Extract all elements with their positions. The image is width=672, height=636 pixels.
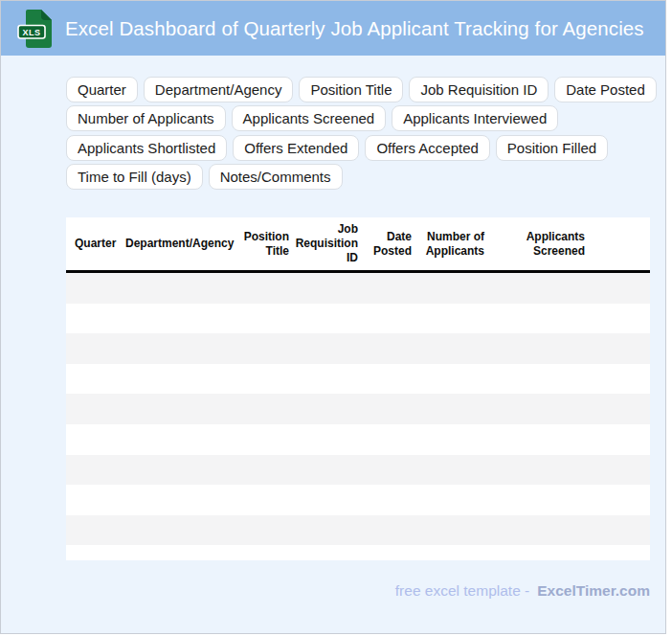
chip-row: QuarterDepartment/AgencyPosition TitleJo… bbox=[66, 77, 660, 102]
chip-number-of-applicants[interactable]: Number of Applicants bbox=[66, 105, 226, 131]
app-header: XLS Excel Dashboard of Quarterly Job App… bbox=[1, 1, 665, 56]
table-row bbox=[66, 485, 650, 515]
table-row bbox=[66, 545, 650, 560]
chip-applicants-interviewed[interactable]: Applicants Interviewed bbox=[392, 105, 558, 131]
table-row bbox=[66, 364, 650, 395]
page: XLS Excel Dashboard of Quarterly Job App… bbox=[0, 0, 666, 634]
column-header-position-title: Position Title bbox=[242, 217, 291, 270]
chip-row: Number of ApplicantsApplicants ScreenedA… bbox=[66, 105, 660, 131]
chip-time-to-fill-days[interactable]: Time to Fill (days) bbox=[66, 164, 203, 190]
chip-job-requisition-id[interactable]: Job Requisition ID bbox=[409, 77, 549, 102]
table-row bbox=[66, 304, 650, 334]
column-header-number-of-applicants: Number of Applicants bbox=[414, 217, 486, 270]
chip-notes-comments[interactable]: Notes/Comments bbox=[209, 164, 343, 190]
table-body bbox=[66, 273, 650, 560]
chip-applicants-shortlisted[interactable]: Applicants Shortlisted bbox=[66, 135, 227, 161]
chip-row: Applicants ShortlistedOffers ExtendedOff… bbox=[66, 135, 660, 161]
chip-offers-accepted[interactable]: Offers Accepted bbox=[365, 135, 489, 161]
table-row bbox=[66, 424, 650, 455]
chip-position-title[interactable]: Position Title bbox=[299, 77, 403, 102]
column-header-date-posted: Date Posted bbox=[360, 217, 414, 270]
chip-department-agency[interactable]: Department/Agency bbox=[144, 77, 294, 102]
table-header-row: QuarterDepartment/AgencyPosition TitleJo… bbox=[66, 217, 650, 273]
table-row bbox=[66, 394, 650, 424]
table-row bbox=[66, 515, 650, 546]
column-header-quarter: Quarter bbox=[66, 217, 125, 270]
chip-date-posted[interactable]: Date Posted bbox=[554, 77, 657, 102]
field-chip-list: QuarterDepartment/AgencyPosition TitleJo… bbox=[66, 77, 660, 193]
chip-offers-extended[interactable]: Offers Extended bbox=[233, 135, 359, 161]
footer-text: free excel template - bbox=[395, 582, 529, 599]
chip-quarter[interactable]: Quarter bbox=[66, 77, 138, 102]
page-title: Excel Dashboard of Quarterly Job Applica… bbox=[65, 17, 644, 40]
chip-applicants-screened[interactable]: Applicants Screened bbox=[232, 105, 387, 131]
footer-credit: free excel template -ExcelTimer.com bbox=[66, 582, 650, 600]
column-header-applicants-screened: Applicants Screened bbox=[486, 217, 587, 270]
footer-brand-link[interactable]: ExcelTimer.com bbox=[537, 582, 650, 599]
xls-file-icon: XLS bbox=[17, 9, 54, 48]
chip-position-filled[interactable]: Position Filled bbox=[496, 135, 608, 161]
tracking-table: QuarterDepartment/AgencyPosition TitleJo… bbox=[66, 217, 650, 560]
chip-row: Time to Fill (days)Notes/Comments bbox=[66, 164, 660, 190]
column-header-department-agency: Department/Agency bbox=[125, 217, 242, 270]
column-header-job-requisition-id: Job Requisition ID bbox=[291, 217, 360, 270]
table-row bbox=[66, 333, 650, 364]
table-row bbox=[66, 273, 650, 304]
xls-badge-label: XLS bbox=[22, 28, 40, 37]
table-row bbox=[66, 455, 650, 486]
